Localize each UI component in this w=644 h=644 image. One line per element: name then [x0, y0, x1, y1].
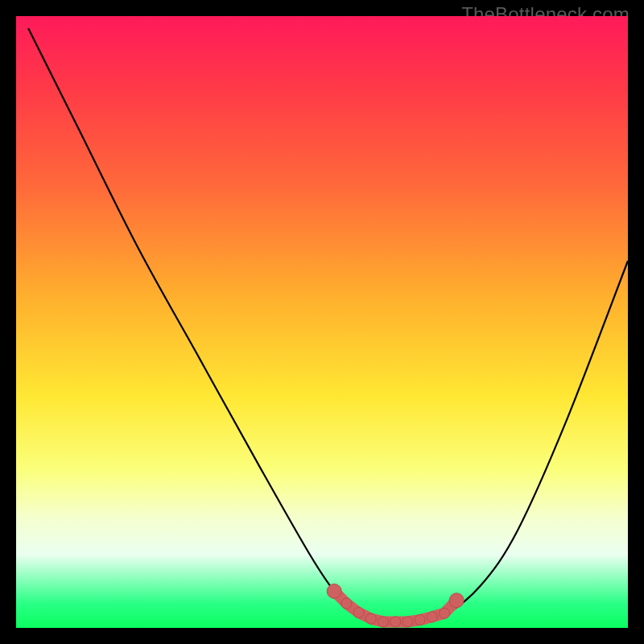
marker-group: [327, 584, 464, 627]
marker-dot: [449, 593, 464, 608]
marker-dot: [341, 598, 352, 609]
marker-dot: [390, 617, 401, 627]
marker-dot: [378, 617, 389, 627]
marker-dot: [440, 608, 450, 618]
marker-dot: [365, 613, 376, 624]
marker-dot: [353, 608, 364, 618]
marker-dot: [427, 612, 437, 622]
marker-dot: [415, 615, 425, 625]
marker-dot: [327, 584, 341, 598]
plot-area: [16, 16, 628, 628]
bottleneck-curve: [28, 28, 628, 622]
marker-dot: [402, 617, 413, 627]
chart-svg: [16, 16, 628, 628]
chart-container: TheBottleneck.com: [0, 0, 644, 644]
